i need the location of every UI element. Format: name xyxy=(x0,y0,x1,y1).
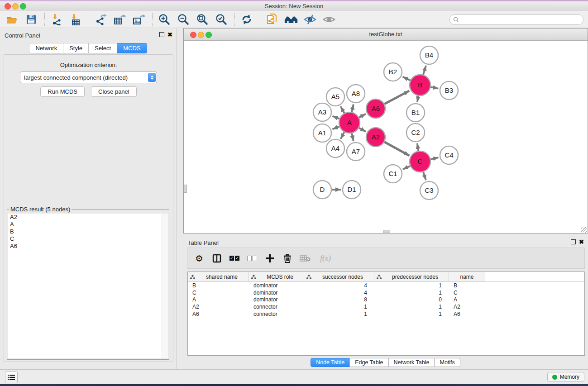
graph-node-B2[interactable]: B2 xyxy=(384,63,402,81)
cell-predecessor-nodes[interactable]: 1 xyxy=(374,282,449,289)
cell-MCDS-role[interactable]: connector xyxy=(249,304,304,310)
import-network-icon[interactable] xyxy=(50,13,63,26)
network-from-file-icon[interactable] xyxy=(265,13,279,26)
cell-name[interactable]: C xyxy=(449,290,485,296)
zoom-fit-icon[interactable] xyxy=(196,13,209,26)
cell-name[interactable]: B xyxy=(449,282,485,289)
cell-MCDS-role[interactable]: dominator xyxy=(249,282,304,289)
cell-name[interactable]: A xyxy=(449,296,485,303)
cell-name[interactable]: A6 xyxy=(449,311,485,317)
cell-shared-name[interactable]: C xyxy=(188,290,249,296)
cell-shared-name[interactable]: B xyxy=(188,282,249,289)
task-history-button[interactable] xyxy=(5,372,18,383)
cell-predecessor-nodes[interactable]: 0 xyxy=(374,296,449,303)
import-table-icon[interactable] xyxy=(69,13,82,26)
column-header-name[interactable]: name xyxy=(449,272,485,281)
cell-MCDS-role[interactable]: dominator xyxy=(249,290,304,296)
tab-mcds[interactable]: MCDS xyxy=(117,43,147,53)
add-column-icon[interactable] xyxy=(264,253,275,264)
column-header-predecessor-nodes[interactable]: predecessor nodes xyxy=(374,272,449,281)
mcds-result-item[interactable]: A6 xyxy=(8,243,168,250)
deselect-all-icon[interactable] xyxy=(247,253,258,264)
show-all-eye-icon[interactable] xyxy=(322,13,336,26)
tab-network-table[interactable]: Network Table xyxy=(388,358,435,367)
bottom-resize-grip[interactable] xyxy=(383,230,390,233)
delete-column-icon[interactable] xyxy=(282,253,293,264)
graph-node-B4[interactable]: B4 xyxy=(420,46,438,64)
search-box[interactable] xyxy=(449,14,583,25)
cell-shared-name[interactable]: A6 xyxy=(188,311,249,317)
zoom-out-icon[interactable] xyxy=(177,13,190,26)
graph-node-D[interactable]: D xyxy=(313,181,331,199)
zoom-in-icon[interactable] xyxy=(158,13,171,26)
settings-gear-icon[interactable]: ⚙ xyxy=(194,253,205,264)
column-header-successor-nodes[interactable]: successor nodes xyxy=(304,272,374,281)
mcds-result-item[interactable]: A xyxy=(8,221,168,228)
graph-node-C4[interactable]: C4 xyxy=(440,146,458,164)
refresh-icon[interactable] xyxy=(240,13,253,26)
cell-MCDS-role[interactable]: connector xyxy=(249,311,304,317)
scrollbar-track[interactable] xyxy=(162,214,168,358)
tab-motifs[interactable]: Motifs xyxy=(434,358,460,367)
cell-successor-nodes[interactable]: 4 xyxy=(304,282,374,289)
cell-predecessor-nodes[interactable]: 1 xyxy=(374,304,449,310)
tab-select[interactable]: Select xyxy=(88,43,117,53)
float-panel-icon[interactable] xyxy=(159,32,164,37)
select-all-icon[interactable]: ✓✓ xyxy=(229,253,240,264)
graph-node-A5[interactable]: A5 xyxy=(326,88,344,106)
graph-node-C3[interactable]: C3 xyxy=(420,181,438,200)
cell-shared-name[interactable]: A xyxy=(188,296,249,303)
export-table-icon[interactable] xyxy=(113,13,127,26)
graph-node-A1[interactable]: A1 xyxy=(313,124,331,142)
graph-node-A8[interactable]: A8 xyxy=(347,85,365,103)
zoom-selected-icon[interactable] xyxy=(215,13,228,26)
close-table-panel-icon[interactable]: ✖ xyxy=(579,239,584,244)
network-graph[interactable]: B4B2BB3A5A8A6B1A3AA1C2A2A4A7C4CC1C3DD1 xyxy=(184,41,588,234)
graph-node-A6[interactable]: A6 xyxy=(366,99,385,118)
close-panel-button[interactable]: Close panel xyxy=(91,86,137,97)
column-header-MCDS-role[interactable]: MCDS role xyxy=(249,272,304,281)
graph-node-D1[interactable]: D1 xyxy=(343,181,361,199)
open-session-icon[interactable] xyxy=(5,13,19,26)
table-row[interactable]: A6connector11A6 xyxy=(188,310,584,318)
cell-MCDS-role[interactable]: dominator xyxy=(249,296,304,303)
cell-successor-nodes[interactable]: 1 xyxy=(304,304,374,310)
graph-node-A7[interactable]: A7 xyxy=(347,143,365,161)
cell-shared-name[interactable]: A2 xyxy=(188,304,249,310)
graph-node-B[interactable]: B xyxy=(410,75,430,95)
graph-node-C[interactable]: C xyxy=(410,151,430,172)
graph-node-A[interactable]: A xyxy=(339,112,360,133)
cell-successor-nodes[interactable]: 8 xyxy=(304,296,374,303)
network-window-titlebar[interactable]: testGlobe.txt xyxy=(184,29,588,41)
delete-table-icon[interactable] xyxy=(300,253,311,264)
tab-node-table[interactable]: Node Table xyxy=(311,358,350,367)
save-session-icon[interactable] xyxy=(24,13,38,26)
optimization-criterion-select[interactable]: largest connected component (directed) xyxy=(20,71,157,83)
table-row[interactable]: Adominator80A xyxy=(188,296,584,303)
graph-node-A2[interactable]: A2 xyxy=(366,128,385,147)
tab-network[interactable]: Network xyxy=(29,43,63,53)
graph-node-A4[interactable]: A4 xyxy=(326,139,344,157)
memory-button[interactable]: Memory xyxy=(547,372,584,382)
graph-node-B3[interactable]: B3 xyxy=(440,81,458,100)
column-selector-icon[interactable] xyxy=(211,253,222,264)
mcds-result-item[interactable]: B xyxy=(8,228,168,235)
close-panel-icon[interactable]: ✖ xyxy=(167,32,172,37)
hide-selected-eye-icon[interactable] xyxy=(303,13,317,26)
network-canvas[interactable]: B4B2BB3A5A8A6B1A3AA1C2A2A4A7C4CC1C3DD1 xyxy=(184,41,588,233)
search-input[interactable] xyxy=(461,16,579,24)
cell-name[interactable]: A2 xyxy=(449,304,485,310)
export-network-icon[interactable] xyxy=(94,13,108,26)
cell-successor-nodes[interactable]: 4 xyxy=(304,290,374,296)
cell-predecessor-nodes[interactable]: 1 xyxy=(374,311,449,317)
export-image-icon[interactable] xyxy=(132,13,146,26)
mcds-result-item[interactable]: C xyxy=(8,235,168,243)
float-table-panel-icon[interactable] xyxy=(571,239,576,244)
graph-node-A3[interactable]: A3 xyxy=(313,103,331,121)
table-row[interactable]: Cdominator41C xyxy=(188,289,584,296)
table-row[interactable]: Bdominator41B xyxy=(188,282,584,289)
tab-style[interactable]: Style xyxy=(63,43,89,53)
mcds-result-item[interactable]: A2 xyxy=(8,214,168,221)
run-mcds-button[interactable]: Run MCDS xyxy=(40,86,85,97)
graph-node-C1[interactable]: C1 xyxy=(384,165,402,183)
